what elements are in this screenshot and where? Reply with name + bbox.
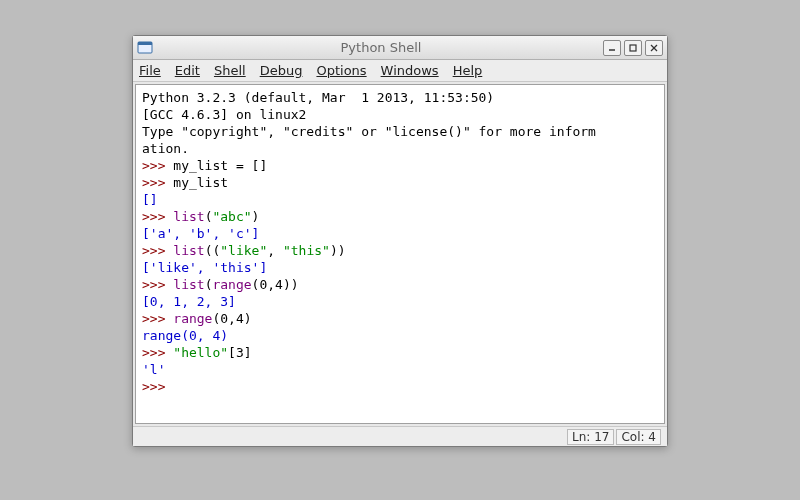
prompt: >>> [142,311,173,326]
content-area: Python 3.2.3 (default, Mar 1 2013, 11:53… [133,82,667,426]
code: "this" [283,243,330,258]
code: "abc" [212,209,251,224]
banner-line-2: [GCC 4.6.3] on linux2 [142,106,658,123]
output-line-4: ['like', 'this'] [142,259,658,276]
minimize-button[interactable] [603,40,621,56]
menu-windows[interactable]: Windows [379,61,441,80]
code: list [173,277,204,292]
output-line-5: [0, 1, 2, 3] [142,293,658,310]
code: (0,4)) [252,277,299,292]
input-line-7: >>> "hello"[3] [142,344,658,361]
banner-line-1: Python 3.2.3 (default, Mar 1 2013, 11:53… [142,89,658,106]
python-shell-window: Python Shell File Edit Shell Debug Optio… [132,35,668,447]
menu-debug-label: Debug [260,63,303,78]
input-line-3: >>> list("abc") [142,208,658,225]
close-button[interactable] [645,40,663,56]
ln-value: 17 [594,430,609,444]
menu-help-label: Help [453,63,483,78]
code: list [173,243,204,258]
prompt: >>> [142,158,173,173]
prompt: >>> [142,175,173,190]
code: [3] [228,345,251,360]
maximize-button[interactable] [624,40,642,56]
code: (0,4) [212,311,251,326]
input-line-5: >>> list(range(0,4)) [142,276,658,293]
menu-options-label: Options [316,63,366,78]
menu-shell-label: Shell [214,63,246,78]
code: ) [252,209,260,224]
menu-shell[interactable]: Shell [212,61,248,80]
menu-file-label: File [139,63,161,78]
prompt: >>> [142,379,173,394]
output-line-3: ['a', 'b', 'c'] [142,225,658,242]
menu-windows-label: Windows [381,63,439,78]
menu-options[interactable]: Options [314,61,368,80]
prompt: >>> [142,209,173,224]
menu-debug[interactable]: Debug [258,61,305,80]
status-col: Col: 4 [616,429,661,445]
app-icon [137,40,153,56]
code: range [212,277,251,292]
menu-help[interactable]: Help [451,61,485,80]
input-line-1: >>> my_list = [] [142,157,658,174]
prompt: >>> [142,243,173,258]
code: (( [205,243,221,258]
input-line-2: >>> my_list [142,174,658,191]
banner-line-3b: ation. [142,140,658,157]
shell-output[interactable]: Python 3.2.3 (default, Mar 1 2013, 11:53… [135,84,665,424]
status-bar: Ln: 17 Col: 4 [133,426,667,446]
banner-line-3: Type "copyright", "credits" or "license(… [142,123,658,140]
output-line-7: 'l' [142,361,658,378]
code: range [173,311,212,326]
menu-bar: File Edit Shell Debug Options Windows He… [133,60,667,82]
prompt: >>> [142,345,173,360]
col-value: 4 [648,430,656,444]
svg-rect-1 [138,42,152,45]
code: "like" [220,243,267,258]
code: my_list [173,175,228,190]
svg-rect-3 [630,45,636,51]
code: "hello" [173,345,228,360]
prompt: >>> [142,277,173,292]
status-line: Ln: 17 [567,429,614,445]
code: list [173,209,204,224]
col-label: Col: [621,430,648,444]
menu-edit[interactable]: Edit [173,61,202,80]
code: )) [330,243,346,258]
code: , [267,243,283,258]
window-controls [603,40,663,56]
input-line-6: >>> range(0,4) [142,310,658,327]
input-line-8: >>> [142,378,658,395]
input-line-4: >>> list(("like", "this")) [142,242,658,259]
window-title: Python Shell [159,40,603,55]
menu-edit-label: Edit [175,63,200,78]
title-bar[interactable]: Python Shell [133,36,667,60]
output-line-6: range(0, 4) [142,327,658,344]
ln-label: Ln: [572,430,594,444]
code: my_list = [] [173,158,267,173]
menu-file[interactable]: File [137,61,163,80]
output-line-2: [] [142,191,658,208]
